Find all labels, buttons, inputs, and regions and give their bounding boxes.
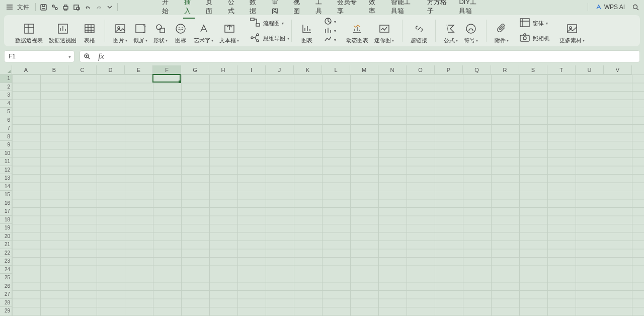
col-header-A[interactable]: A — [12, 65, 40, 74]
tab-视图[interactable]: 视图 — [292, 0, 304, 19]
ribbon-艺术字[interactable]: 艺术字▾ — [191, 17, 216, 44]
row-header-14[interactable]: 14 — [0, 183, 12, 191]
row-header-27[interactable]: 27 — [0, 290, 12, 299]
tab-页面[interactable]: 页面 — [205, 0, 217, 19]
col-header-V[interactable]: V — [604, 65, 632, 74]
row-header-18[interactable]: 18 — [0, 216, 12, 224]
tab-方方格子[interactable]: 方方格子 — [426, 0, 448, 19]
col-header-B[interactable]: B — [40, 65, 68, 74]
ribbon-形状[interactable]: 形状▾ — [150, 17, 171, 44]
row-header-15[interactable]: 15 — [0, 191, 12, 199]
ribbon-图片[interactable]: 图片▾ — [110, 17, 130, 44]
ribbon-思维导图[interactable]: 思维导图▾ — [247, 32, 291, 45]
col-header-C[interactable]: C — [68, 65, 97, 74]
print-preview-icon[interactable] — [71, 2, 82, 13]
row-header-8[interactable]: 8 — [0, 133, 12, 141]
tab-智能工具箱[interactable]: 智能工具箱 — [390, 0, 417, 19]
ribbon-超链接[interactable]: 超链接 — [408, 17, 430, 44]
row-header-19[interactable]: 19 — [0, 224, 12, 232]
col-header-M[interactable]: M — [350, 65, 378, 74]
row-header-2[interactable]: 2 — [0, 83, 12, 92]
col-header-E[interactable]: E — [125, 65, 153, 74]
row-header-20[interactable]: 20 — [0, 232, 12, 241]
col-header-N[interactable]: N — [378, 65, 407, 74]
col-header-G[interactable]: G — [181, 65, 209, 74]
col-header-H[interactable]: H — [209, 65, 237, 74]
save-icon[interactable] — [38, 2, 49, 13]
row-header-4[interactable]: 4 — [0, 100, 12, 108]
ribbon-数据透视图[interactable]: 数据透视图 — [46, 17, 79, 44]
tab-效率[interactable]: 效率 — [368, 0, 380, 19]
col-header-R[interactable]: R — [491, 65, 519, 74]
tab-工具[interactable]: 工具 — [314, 0, 327, 19]
ribbon-图表[interactable]: 图表 — [297, 17, 317, 44]
share-icon[interactable] — [49, 2, 60, 13]
formula-input[interactable] — [108, 53, 639, 60]
row-header-26[interactable]: 26 — [0, 282, 12, 291]
row-header-6[interactable]: 6 — [0, 116, 12, 125]
ribbon-表格[interactable]: 表格 — [79, 17, 100, 44]
row-header-5[interactable]: 5 — [0, 108, 12, 116]
row-header-3[interactable]: 3 — [0, 91, 12, 100]
tab-审阅[interactable]: 审阅 — [271, 0, 283, 19]
ribbon-符号[interactable]: 符号▾ — [461, 17, 481, 44]
col-header-T[interactable]: T — [547, 65, 576, 74]
zoom-fn-icon[interactable] — [80, 53, 94, 60]
ribbon-截屏[interactable]: 截屏▾ — [130, 17, 150, 44]
row-header-12[interactable]: 12 — [0, 166, 12, 175]
fx-icon[interactable]: fx — [94, 52, 108, 61]
col-header-J[interactable]: J — [266, 65, 294, 74]
col-header-F[interactable]: F — [153, 65, 181, 74]
row-header-21[interactable]: 21 — [0, 241, 12, 249]
row-header-7[interactable]: 7 — [0, 124, 12, 133]
ribbon-迷你图[interactable]: 迷你图▾ — [371, 17, 397, 44]
tab-插入[interactable]: 插入 — [183, 0, 195, 19]
ribbon-更多素材[interactable]: 更多素材▾ — [556, 17, 588, 44]
row-header-17[interactable]: 17 — [0, 207, 12, 216]
row-header-24[interactable]: 24 — [0, 266, 12, 274]
tab-会员专享[interactable]: 会员专享 — [336, 0, 358, 19]
hamburger-menu-icon[interactable] — [4, 2, 15, 13]
name-box[interactable]: F1 ▾ — [4, 50, 74, 62]
tab-DIY工具箱[interactable]: DIY工具箱 — [458, 0, 483, 19]
col-header-I[interactable]: I — [237, 65, 266, 74]
col-header-Q[interactable]: Q — [463, 65, 491, 74]
tab-数据[interactable]: 数据 — [249, 0, 261, 19]
file-menu[interactable]: 文件 — [17, 3, 29, 12]
col-header-D[interactable]: D — [97, 65, 125, 74]
row-header-13[interactable]: 13 — [0, 174, 12, 183]
col-header-P[interactable]: P — [435, 65, 463, 74]
row-header-9[interactable]: 9 — [0, 141, 12, 149]
ribbon-附件[interactable]: 附件▾ — [492, 17, 512, 44]
ribbon-动态图表[interactable]: 动态图表 — [343, 17, 371, 44]
row-header-28[interactable]: 28 — [0, 299, 12, 307]
ribbon-数据透视表[interactable]: 数据透视表 — [12, 17, 46, 44]
chevron-down-icon[interactable]: ▾ — [68, 54, 71, 59]
ribbon-窗体[interactable]: 窗体▾ — [517, 17, 551, 30]
row-header-10[interactable]: 10 — [0, 149, 12, 158]
tab-公式[interactable]: 公式 — [227, 0, 239, 19]
wps-ai-button[interactable]: WPS AI — [595, 4, 625, 11]
print-icon[interactable] — [60, 2, 71, 13]
ribbon-照相机[interactable]: 照相机 — [517, 32, 551, 45]
ribbon-文本框[interactable]: 文本框▾ — [216, 17, 242, 44]
col-header-L[interactable]: L — [322, 65, 350, 74]
row-header-1[interactable]: 1 — [0, 74, 12, 83]
row-header-22[interactable]: 22 — [0, 249, 12, 258]
select-all-corner[interactable] — [0, 65, 12, 74]
row-header-29[interactable]: 29 — [0, 307, 12, 315]
ribbon-mini-bar[interactable]: ▾ — [322, 27, 338, 35]
col-header-S[interactable]: S — [519, 65, 547, 74]
tab-开始[interactable]: 开始 — [161, 0, 173, 19]
undo-icon[interactable] — [82, 2, 93, 13]
row-header-16[interactable]: 16 — [0, 199, 12, 208]
row-header-11[interactable]: 11 — [0, 157, 12, 166]
col-header-U[interactable]: U — [576, 65, 604, 74]
ribbon-mini-line[interactable]: ▾ — [322, 36, 338, 44]
col-header-K[interactable]: K — [294, 65, 322, 74]
cells-area[interactable] — [12, 74, 644, 316]
ribbon-公式[interactable]: 公式▾ — [441, 17, 461, 44]
ribbon-mini-pie[interactable]: ▾ — [322, 18, 338, 26]
ribbon-图标[interactable]: 图标 — [171, 17, 191, 44]
quick-access-more-icon[interactable] — [104, 2, 115, 13]
